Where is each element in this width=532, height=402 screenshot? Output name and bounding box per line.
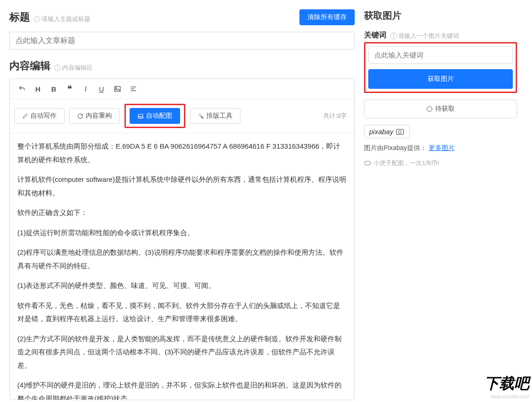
pencil-icon — [22, 113, 28, 119]
align-left-icon[interactable] — [126, 82, 141, 96]
paragraph: (1)提供运行时所需功能和性能的命令或计算机程序集合。 — [17, 226, 347, 240]
word-count: 共计:0字 — [323, 112, 347, 120]
auto-write-button[interactable]: 自动写作 — [15, 108, 65, 124]
status-pending: 待获取 — [364, 100, 517, 118]
svg-point-1 — [116, 87, 117, 88]
title-hint: i 请输入主题或标题 — [34, 15, 90, 23]
info-icon: i — [34, 16, 40, 22]
image-small-icon — [138, 113, 144, 119]
editor-format-toolbar: H B ❝ I U — [10, 79, 354, 99]
paragraph: 计算机软件(computer software)是指计算机系统中除硬件以外的所有… — [17, 173, 347, 200]
auto-image-button[interactable]: 自动配图 — [130, 108, 180, 124]
editor-action-toolbar: 自动写作 内容重构 自动配图 排版工具 共计:0字 — [10, 99, 354, 133]
get-image-title: 获取图片 — [364, 9, 517, 22]
article-title-input[interactable] — [9, 32, 355, 50]
editor-content-area[interactable]: 整个计算机系统由两部分组成：E.69DA 5 E 6 BA 9062616964… — [10, 133, 354, 400]
magic-icon — [198, 113, 204, 119]
title-label: 标题 — [9, 10, 30, 24]
paragraph: 整个计算机系统由两部分组成：E.69DA 5 E 6 BA 9062616964… — [17, 140, 347, 166]
watermark: 下载吧 www.xiazaiba.com — [484, 373, 529, 399]
title-section-header: 标题 i 请输入主题或标题 清除所有缓存 — [9, 9, 355, 25]
italic-icon[interactable]: I — [78, 82, 93, 96]
image-icon[interactable] — [110, 82, 125, 96]
restructure-button[interactable]: 内容重构 — [69, 108, 120, 124]
paragraph: 软件看不见，无色，枯燥，看不见，摸不到，闻不到。软件大部分存在于人们的头脑或纸上… — [17, 299, 347, 326]
paragraph: (2)程序可以满意地处理信息的数据结构。(3)说明程序功能要求和程序需要的文档的… — [17, 246, 347, 273]
info-icon: i — [54, 65, 61, 71]
content-edit-hint: i 内容编辑区 — [54, 64, 93, 72]
content-edit-label: 内容编辑 — [9, 59, 51, 73]
keyword-input[interactable] — [368, 46, 513, 64]
tao-cost-line: 小虎子配图，一次1淘币! — [364, 159, 517, 167]
circle-icon — [427, 106, 432, 112]
get-image-button[interactable]: 获取图片 — [368, 69, 513, 89]
editor-container: H B ❝ I U 自动写作 内容重构 — [9, 79, 355, 400]
quote-icon[interactable]: ❝ — [62, 82, 77, 96]
underline-icon[interactable]: U — [94, 82, 109, 96]
paragraph: (4)维护不同的硬件是旧的，理论上软件是旧的，并不坏，但实际上软件也是旧的和坏的… — [17, 379, 347, 400]
auto-image-highlight: 自动配图 — [124, 104, 185, 128]
pixabay-logo: pixabay — [364, 125, 410, 138]
paragraph: (1)表达形式不同的硬件类型、颜色、味道、可见、可摸、可闻。 — [17, 279, 347, 293]
keyword-hint: i 请输入一个图片关键词 — [390, 32, 459, 40]
undo-icon[interactable] — [15, 82, 29, 96]
layout-tool-button[interactable]: 排版工具 — [190, 108, 240, 124]
more-images-link[interactable]: 更多图片 — [429, 144, 455, 151]
bold-icon[interactable]: B — [46, 82, 61, 96]
info-icon: i — [390, 33, 397, 39]
camera-icon — [396, 129, 405, 135]
paragraph: 软件的正确含义如下： — [17, 206, 347, 220]
paragraph: (2)生产方式不同的软件是开发，是人类智能的高发挥，而不是传统意义上的硬件制造。… — [17, 332, 347, 373]
keyword-label: 关键词 — [364, 30, 386, 40]
keyword-box-highlight: 获取图片 — [364, 42, 517, 93]
clear-cache-button[interactable]: 清除所有缓存 — [299, 9, 355, 25]
reload-icon — [77, 113, 83, 119]
provider-line: 图片由Pixabay提供： 更多图片 — [364, 144, 517, 152]
heading-icon[interactable]: H — [30, 82, 45, 96]
cloud-icon — [364, 161, 371, 165]
